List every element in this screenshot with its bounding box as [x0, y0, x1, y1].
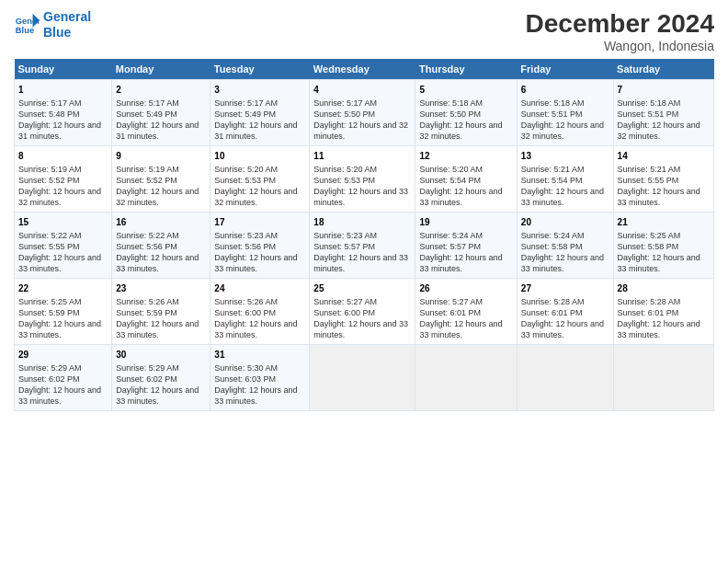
header-tuesday: Tuesday	[210, 59, 310, 80]
cell-0-5: 6 Sunrise: 5:18 AMSunset: 5:51 PMDayligh…	[517, 80, 613, 146]
cell-info: Sunrise: 5:19 AMSunset: 5:52 PMDaylight:…	[116, 165, 199, 207]
cell-info: Sunrise: 5:18 AMSunset: 5:51 PMDaylight:…	[618, 98, 700, 141]
cell-0-4: 5 Sunrise: 5:18 AMSunset: 5:50 PMDayligh…	[415, 80, 517, 146]
day-number: 4	[313, 84, 411, 97]
cell-0-1: 2 Sunrise: 5:17 AMSunset: 5:49 PMDayligh…	[112, 80, 210, 146]
cell-2-2: 17 Sunrise: 5:23 AMSunset: 5:56 PMDaylig…	[210, 213, 310, 279]
cell-info: Sunrise: 5:20 AMSunset: 5:53 PMDaylight:…	[313, 165, 408, 207]
cell-1-1: 9 Sunrise: 5:19 AMSunset: 5:52 PMDayligh…	[112, 146, 210, 213]
cell-info: Sunrise: 5:22 AMSunset: 5:56 PMDaylight:…	[116, 231, 199, 273]
cell-info: Sunrise: 5:17 AMSunset: 5:48 PMDaylight:…	[18, 98, 101, 141]
cell-3-0: 22 Sunrise: 5:25 AMSunset: 5:59 PMDaylig…	[15, 279, 112, 345]
cell-info: Sunrise: 5:23 AMSunset: 5:56 PMDaylight:…	[214, 231, 297, 273]
cell-info: Sunrise: 5:17 AMSunset: 5:50 PMDaylight:…	[313, 98, 408, 141]
cell-info: Sunrise: 5:25 AMSunset: 5:58 PMDaylight:…	[618, 231, 700, 273]
day-number: 7	[618, 84, 710, 97]
cell-2-3: 18 Sunrise: 5:23 AMSunset: 5:57 PMDaylig…	[310, 213, 415, 279]
day-number: 23	[116, 282, 206, 295]
day-number: 5	[419, 84, 512, 97]
cell-info: Sunrise: 5:18 AMSunset: 5:50 PMDaylight:…	[419, 98, 502, 141]
cell-info: Sunrise: 5:18 AMSunset: 5:51 PMDaylight:…	[521, 98, 604, 141]
cell-info: Sunrise: 5:17 AMSunset: 5:49 PMDaylight:…	[214, 98, 297, 141]
cell-info: Sunrise: 5:21 AMSunset: 5:54 PMDaylight:…	[521, 165, 604, 207]
cell-0-6: 7 Sunrise: 5:18 AMSunset: 5:51 PMDayligh…	[613, 80, 713, 146]
cell-3-2: 24 Sunrise: 5:26 AMSunset: 6:00 PMDaylig…	[210, 279, 310, 345]
day-number: 18	[313, 216, 411, 229]
day-number: 31	[214, 349, 305, 362]
header-friday: Friday	[517, 59, 613, 80]
cell-2-1: 16 Sunrise: 5:22 AMSunset: 5:56 PMDaylig…	[112, 213, 210, 279]
cell-3-6: 28 Sunrise: 5:28 AMSunset: 6:01 PMDaylig…	[613, 279, 713, 345]
cell-info: Sunrise: 5:30 AMSunset: 6:03 PMDaylight:…	[214, 363, 297, 406]
cell-info: Sunrise: 5:26 AMSunset: 6:00 PMDaylight:…	[214, 297, 297, 339]
cell-info: Sunrise: 5:26 AMSunset: 5:59 PMDaylight:…	[116, 297, 199, 339]
page-header: General Blue General Blue December 2024 …	[14, 9, 714, 53]
cell-3-1: 23 Sunrise: 5:26 AMSunset: 5:59 PMDaylig…	[112, 279, 210, 345]
day-number: 13	[521, 150, 609, 163]
day-number: 27	[521, 282, 609, 295]
cell-info: Sunrise: 5:17 AMSunset: 5:49 PMDaylight:…	[116, 98, 199, 141]
cell-4-4	[415, 345, 517, 411]
cell-2-0: 15 Sunrise: 5:22 AMSunset: 5:55 PMDaylig…	[15, 213, 112, 279]
logo-line2: Blue	[43, 25, 71, 40]
cell-1-4: 12 Sunrise: 5:20 AMSunset: 5:54 PMDaylig…	[415, 146, 517, 213]
cell-1-2: 10 Sunrise: 5:20 AMSunset: 5:53 PMDaylig…	[210, 146, 310, 213]
day-number: 20	[521, 216, 609, 229]
header-thursday: Thursday	[415, 59, 517, 80]
day-number: 11	[313, 150, 411, 163]
header-wednesday: Wednesday	[310, 59, 415, 80]
cell-2-4: 19 Sunrise: 5:24 AMSunset: 5:57 PMDaylig…	[415, 213, 517, 279]
week-row-5: 29 Sunrise: 5:29 AMSunset: 6:02 PMDaylig…	[15, 345, 714, 411]
header-monday: Monday	[112, 59, 210, 80]
cell-info: Sunrise: 5:29 AMSunset: 6:02 PMDaylight:…	[116, 363, 199, 406]
header-row: Sunday Monday Tuesday Wednesday Thursday…	[15, 59, 714, 80]
cell-info: Sunrise: 5:24 AMSunset: 5:58 PMDaylight:…	[521, 231, 604, 273]
day-number: 24	[214, 282, 305, 295]
calendar-table: Sunday Monday Tuesday Wednesday Thursday…	[14, 59, 714, 411]
day-number: 21	[618, 216, 710, 229]
cell-2-6: 21 Sunrise: 5:25 AMSunset: 5:58 PMDaylig…	[613, 213, 713, 279]
day-number: 29	[18, 349, 108, 362]
week-row-3: 15 Sunrise: 5:22 AMSunset: 5:55 PMDaylig…	[15, 213, 714, 279]
cell-3-5: 27 Sunrise: 5:28 AMSunset: 6:01 PMDaylig…	[517, 279, 613, 345]
cell-0-3: 4 Sunrise: 5:17 AMSunset: 5:50 PMDayligh…	[310, 80, 415, 146]
cell-3-4: 26 Sunrise: 5:27 AMSunset: 6:01 PMDaylig…	[415, 279, 517, 345]
day-number: 30	[116, 349, 206, 362]
cell-info: Sunrise: 5:20 AMSunset: 5:54 PMDaylight:…	[419, 165, 502, 207]
logo-icon: General Blue	[14, 12, 40, 38]
cell-1-0: 8 Sunrise: 5:19 AMSunset: 5:52 PMDayligh…	[15, 146, 112, 213]
main-title: December 2024	[526, 9, 714, 39]
cell-info: Sunrise: 5:20 AMSunset: 5:53 PMDaylight:…	[214, 165, 297, 207]
logo-line1: General	[43, 9, 91, 24]
day-number: 1	[18, 84, 108, 97]
cell-info: Sunrise: 5:27 AMSunset: 6:00 PMDaylight:…	[313, 297, 408, 339]
day-number: 2	[116, 84, 206, 97]
day-number: 12	[419, 150, 512, 163]
cell-info: Sunrise: 5:22 AMSunset: 5:55 PMDaylight:…	[18, 231, 101, 273]
cell-1-6: 14 Sunrise: 5:21 AMSunset: 5:55 PMDaylig…	[613, 146, 713, 213]
day-number: 16	[116, 216, 206, 229]
cell-0-0: 1 Sunrise: 5:17 AMSunset: 5:48 PMDayligh…	[15, 80, 112, 146]
day-number: 19	[419, 216, 512, 229]
day-number: 25	[313, 282, 411, 295]
cell-0-2: 3 Sunrise: 5:17 AMSunset: 5:49 PMDayligh…	[210, 80, 310, 146]
title-block: December 2024 Wangon, Indonesia	[526, 9, 714, 53]
week-row-1: 1 Sunrise: 5:17 AMSunset: 5:48 PMDayligh…	[15, 80, 714, 146]
cell-info: Sunrise: 5:28 AMSunset: 6:01 PMDaylight:…	[618, 297, 700, 339]
day-number: 8	[18, 150, 108, 163]
cell-4-1: 30 Sunrise: 5:29 AMSunset: 6:02 PMDaylig…	[112, 345, 210, 411]
calendar-page: General Blue General Blue December 2024 …	[0, 0, 728, 563]
svg-text:Blue: Blue	[16, 26, 34, 35]
cell-4-5	[517, 345, 613, 411]
day-number: 14	[618, 150, 710, 163]
day-number: 15	[18, 216, 108, 229]
cell-info: Sunrise: 5:25 AMSunset: 5:59 PMDaylight:…	[18, 297, 101, 339]
cell-4-3	[310, 345, 415, 411]
cell-4-6	[613, 345, 713, 411]
cell-info: Sunrise: 5:27 AMSunset: 6:01 PMDaylight:…	[419, 297, 502, 339]
cell-info: Sunrise: 5:29 AMSunset: 6:02 PMDaylight:…	[18, 363, 101, 406]
day-number: 17	[214, 216, 305, 229]
cell-4-2: 31 Sunrise: 5:30 AMSunset: 6:03 PMDaylig…	[210, 345, 310, 411]
cell-info: Sunrise: 5:21 AMSunset: 5:55 PMDaylight:…	[618, 165, 700, 207]
cell-4-0: 29 Sunrise: 5:29 AMSunset: 6:02 PMDaylig…	[15, 345, 112, 411]
